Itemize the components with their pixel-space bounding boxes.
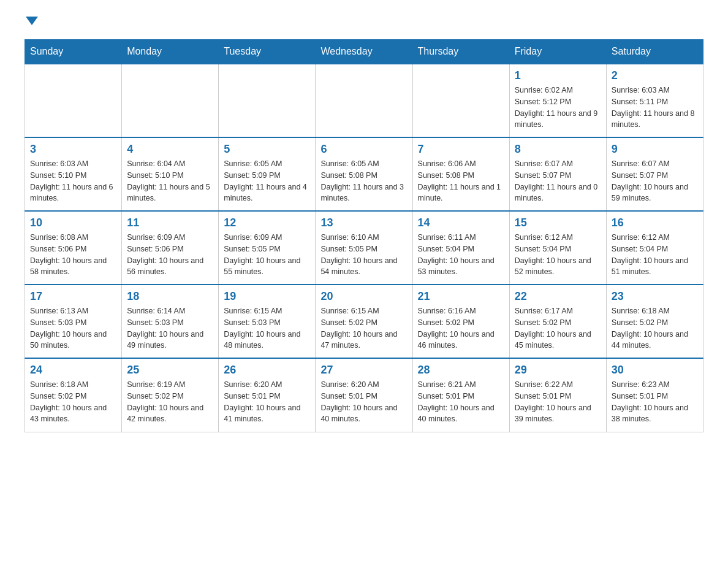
calendar-cell: 13Sunrise: 6:10 AMSunset: 5:05 PMDayligh… (316, 211, 412, 285)
weekday-header-monday: Monday (122, 40, 219, 64)
calendar-cell: 27Sunrise: 6:20 AMSunset: 5:01 PMDayligh… (316, 358, 412, 432)
day-number: 28 (418, 364, 504, 377)
calendar-cell: 17Sunrise: 6:13 AMSunset: 5:03 PMDayligh… (25, 285, 122, 358)
week-row-3: 10Sunrise: 6:08 AMSunset: 5:06 PMDayligh… (25, 211, 703, 285)
day-number: 24 (30, 364, 116, 377)
day-info: Sunrise: 6:15 AMSunset: 5:02 PMDaylight:… (320, 305, 407, 351)
day-info: Sunrise: 6:23 AMSunset: 5:01 PMDaylight:… (612, 379, 698, 425)
calendar-cell: 2Sunrise: 6:03 AMSunset: 5:11 PMDaylight… (606, 64, 703, 137)
day-number: 2 (612, 69, 698, 82)
weekday-header-thursday: Thursday (412, 40, 509, 64)
day-number: 27 (320, 364, 407, 377)
day-info: Sunrise: 6:05 AMSunset: 5:09 PMDaylight:… (224, 158, 310, 204)
calendar-cell: 16Sunrise: 6:12 AMSunset: 5:04 PMDayligh… (606, 211, 703, 285)
calendar-cell: 7Sunrise: 6:06 AMSunset: 5:08 PMDaylight… (412, 137, 509, 211)
calendar-cell: 14Sunrise: 6:11 AMSunset: 5:04 PMDayligh… (412, 211, 509, 285)
day-info: Sunrise: 6:20 AMSunset: 5:01 PMDaylight:… (320, 379, 407, 425)
calendar-cell: 29Sunrise: 6:22 AMSunset: 5:01 PMDayligh… (509, 358, 606, 432)
day-info: Sunrise: 6:18 AMSunset: 5:02 PMDaylight:… (30, 379, 116, 425)
day-info: Sunrise: 6:13 AMSunset: 5:03 PMDaylight:… (30, 305, 116, 351)
day-number: 3 (30, 143, 116, 156)
calendar-cell: 12Sunrise: 6:09 AMSunset: 5:05 PMDayligh… (219, 211, 316, 285)
day-info: Sunrise: 6:06 AMSunset: 5:08 PMDaylight:… (418, 158, 504, 204)
day-info: Sunrise: 6:07 AMSunset: 5:07 PMDaylight:… (612, 158, 698, 204)
day-number: 5 (224, 143, 310, 156)
day-number: 30 (612, 364, 698, 377)
day-info: Sunrise: 6:16 AMSunset: 5:02 PMDaylight:… (418, 305, 504, 351)
day-number: 7 (418, 143, 504, 156)
calendar-cell: 25Sunrise: 6:19 AMSunset: 5:02 PMDayligh… (122, 358, 219, 432)
weekday-header-saturday: Saturday (606, 40, 703, 64)
day-info: Sunrise: 6:20 AMSunset: 5:01 PMDaylight:… (224, 379, 310, 425)
day-number: 16 (612, 216, 698, 229)
calendar-cell: 26Sunrise: 6:20 AMSunset: 5:01 PMDayligh… (219, 358, 316, 432)
day-info: Sunrise: 6:09 AMSunset: 5:05 PMDaylight:… (224, 232, 310, 278)
calendar-cell (316, 64, 412, 137)
day-info: Sunrise: 6:19 AMSunset: 5:02 PMDaylight:… (127, 379, 213, 425)
day-info: Sunrise: 6:12 AMSunset: 5:04 PMDaylight:… (612, 232, 698, 278)
day-info: Sunrise: 6:18 AMSunset: 5:02 PMDaylight:… (612, 305, 698, 351)
day-info: Sunrise: 6:14 AMSunset: 5:03 PMDaylight:… (127, 305, 213, 351)
weekday-header-friday: Friday (509, 40, 606, 64)
day-info: Sunrise: 6:11 AMSunset: 5:04 PMDaylight:… (418, 232, 504, 278)
calendar-cell (122, 64, 219, 137)
day-number: 20 (320, 290, 407, 303)
day-info: Sunrise: 6:08 AMSunset: 5:06 PMDaylight:… (30, 232, 116, 278)
day-number: 11 (127, 216, 213, 229)
calendar-cell: 19Sunrise: 6:15 AMSunset: 5:03 PMDayligh… (219, 285, 316, 358)
calendar-cell: 5Sunrise: 6:05 AMSunset: 5:09 PMDaylight… (219, 137, 316, 211)
day-number: 1 (515, 69, 601, 82)
day-number: 12 (224, 216, 310, 229)
calendar-table: SundayMondayTuesdayWednesdayThursdayFrid… (25, 39, 703, 432)
day-info: Sunrise: 6:02 AMSunset: 5:12 PMDaylight:… (515, 85, 601, 131)
calendar-cell: 30Sunrise: 6:23 AMSunset: 5:01 PMDayligh… (606, 358, 703, 432)
day-number: 17 (30, 290, 116, 303)
calendar-cell: 1Sunrise: 6:02 AMSunset: 5:12 PMDaylight… (509, 64, 606, 137)
day-number: 4 (127, 143, 213, 156)
day-number: 14 (418, 216, 504, 229)
day-info: Sunrise: 6:07 AMSunset: 5:07 PMDaylight:… (515, 158, 601, 204)
calendar-cell: 23Sunrise: 6:18 AMSunset: 5:02 PMDayligh… (606, 285, 703, 358)
calendar-cell: 28Sunrise: 6:21 AMSunset: 5:01 PMDayligh… (412, 358, 509, 432)
day-info: Sunrise: 6:05 AMSunset: 5:08 PMDaylight:… (320, 158, 407, 204)
week-row-1: 1Sunrise: 6:02 AMSunset: 5:12 PMDaylight… (25, 64, 703, 137)
calendar-cell: 8Sunrise: 6:07 AMSunset: 5:07 PMDaylight… (509, 137, 606, 211)
day-info: Sunrise: 6:04 AMSunset: 5:10 PMDaylight:… (127, 158, 213, 204)
day-info: Sunrise: 6:17 AMSunset: 5:02 PMDaylight:… (515, 305, 601, 351)
calendar-cell: 6Sunrise: 6:05 AMSunset: 5:08 PMDaylight… (316, 137, 412, 211)
day-info: Sunrise: 6:10 AMSunset: 5:05 PMDaylight:… (320, 232, 407, 278)
weekday-header-wednesday: Wednesday (316, 40, 412, 64)
day-number: 10 (30, 216, 116, 229)
weekday-header-tuesday: Tuesday (219, 40, 316, 64)
calendar-cell: 11Sunrise: 6:09 AMSunset: 5:06 PMDayligh… (122, 211, 219, 285)
day-number: 15 (515, 216, 601, 229)
day-number: 23 (612, 290, 698, 303)
day-number: 6 (320, 143, 407, 156)
day-info: Sunrise: 6:15 AMSunset: 5:03 PMDaylight:… (224, 305, 310, 351)
day-info: Sunrise: 6:21 AMSunset: 5:01 PMDaylight:… (418, 379, 504, 425)
day-info: Sunrise: 6:22 AMSunset: 5:01 PMDaylight:… (515, 379, 601, 425)
day-number: 22 (515, 290, 601, 303)
calendar-cell: 22Sunrise: 6:17 AMSunset: 5:02 PMDayligh… (509, 285, 606, 358)
calendar-cell: 15Sunrise: 6:12 AMSunset: 5:04 PMDayligh… (509, 211, 606, 285)
day-info: Sunrise: 6:12 AMSunset: 5:04 PMDaylight:… (515, 232, 601, 278)
calendar-cell: 9Sunrise: 6:07 AMSunset: 5:07 PMDaylight… (606, 137, 703, 211)
day-info: Sunrise: 6:09 AMSunset: 5:06 PMDaylight:… (127, 232, 213, 278)
logo (25, 18, 38, 27)
day-number: 26 (224, 364, 310, 377)
week-row-2: 3Sunrise: 6:03 AMSunset: 5:10 PMDaylight… (25, 137, 703, 211)
day-number: 9 (612, 143, 698, 156)
calendar-cell: 4Sunrise: 6:04 AMSunset: 5:10 PMDaylight… (122, 137, 219, 211)
day-number: 21 (418, 290, 504, 303)
day-info: Sunrise: 6:03 AMSunset: 5:11 PMDaylight:… (612, 85, 698, 131)
calendar-cell: 18Sunrise: 6:14 AMSunset: 5:03 PMDayligh… (122, 285, 219, 358)
week-row-4: 17Sunrise: 6:13 AMSunset: 5:03 PMDayligh… (25, 285, 703, 358)
weekday-header-sunday: Sunday (25, 40, 122, 64)
logo-triangle-icon (26, 17, 38, 25)
calendar-cell: 3Sunrise: 6:03 AMSunset: 5:10 PMDaylight… (25, 137, 122, 211)
day-number: 8 (515, 143, 601, 156)
calendar-cell (219, 64, 316, 137)
calendar-cell: 21Sunrise: 6:16 AMSunset: 5:02 PMDayligh… (412, 285, 509, 358)
day-number: 18 (127, 290, 213, 303)
calendar-cell (412, 64, 509, 137)
